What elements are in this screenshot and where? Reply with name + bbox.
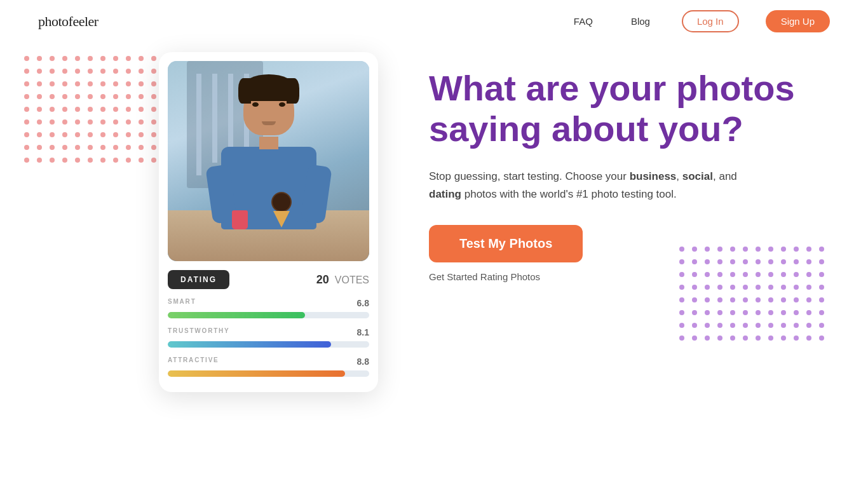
svg-point-53 xyxy=(743,297,748,302)
svg-point-78 xyxy=(756,323,761,328)
svg-point-43 xyxy=(768,285,773,290)
svg-point-61 xyxy=(692,310,697,315)
svg-point-79 xyxy=(768,323,773,328)
svg-point-12 xyxy=(679,259,684,264)
svg-point-0 xyxy=(679,247,684,252)
right-area: What are your photos saying about you? S… xyxy=(429,49,833,282)
svg-point-33 xyxy=(794,272,799,277)
svg-point-21 xyxy=(794,259,799,264)
svg-point-30 xyxy=(756,272,761,277)
svg-point-84 xyxy=(679,336,684,341)
svg-point-89 xyxy=(743,336,748,341)
logo[interactable]: photofeeler xyxy=(38,13,98,30)
votes-display: 20 VOTES xyxy=(316,273,369,287)
svg-point-68 xyxy=(781,310,786,315)
svg-point-77 xyxy=(743,323,748,328)
svg-point-71 xyxy=(819,310,824,315)
svg-point-9 xyxy=(794,247,799,252)
svg-point-64 xyxy=(730,310,735,315)
metric-smart-value: 6.8 xyxy=(357,298,369,308)
svg-point-7 xyxy=(768,247,773,252)
svg-point-31 xyxy=(768,272,773,277)
svg-point-54 xyxy=(756,297,761,302)
svg-point-23 xyxy=(819,259,824,264)
svg-point-74 xyxy=(705,323,710,328)
svg-point-35 xyxy=(819,272,824,277)
svg-point-2 xyxy=(705,247,710,252)
svg-point-73 xyxy=(692,323,697,328)
metric-trustworthy-bar-bg xyxy=(168,341,369,348)
svg-point-45 xyxy=(794,285,799,290)
svg-point-59 xyxy=(819,297,824,302)
svg-point-80 xyxy=(781,323,786,328)
svg-point-95 xyxy=(819,336,824,341)
svg-point-87 xyxy=(717,336,722,341)
metric-trustworthy: TRUSTWORTHY 8.1 xyxy=(168,327,369,348)
svg-point-32 xyxy=(781,272,786,277)
svg-point-42 xyxy=(756,285,761,290)
metric-smart: SMART 6.8 xyxy=(168,298,369,318)
svg-point-40 xyxy=(730,285,735,290)
svg-point-37 xyxy=(692,285,697,290)
svg-point-91 xyxy=(768,336,773,341)
svg-point-52 xyxy=(730,297,735,302)
svg-point-25 xyxy=(692,272,697,277)
svg-point-92 xyxy=(781,336,786,341)
svg-point-1 xyxy=(692,247,697,252)
metric-smart-bar-fill xyxy=(168,312,305,318)
metric-trustworthy-value: 8.1 xyxy=(357,327,369,337)
svg-point-5 xyxy=(743,247,748,252)
metric-attractive-label: ATTRACTIVE xyxy=(168,356,219,367)
svg-point-83 xyxy=(819,323,824,328)
metric-smart-bar-bg xyxy=(168,312,369,318)
nav-blog[interactable]: Blog xyxy=(631,16,650,27)
svg-point-19 xyxy=(768,259,773,264)
svg-point-65 xyxy=(743,310,748,315)
svg-point-20 xyxy=(781,259,786,264)
svg-point-94 xyxy=(806,336,811,341)
metric-attractive: ATTRACTIVE 8.8 xyxy=(168,356,369,377)
main-content: /* dots drawn below in JS */ xyxy=(0,43,868,430)
votes-count: 20 xyxy=(316,273,329,286)
svg-point-62 xyxy=(705,310,710,315)
svg-point-10 xyxy=(806,247,811,252)
left-area: /* dots drawn below in JS */ xyxy=(35,49,391,430)
svg-point-24 xyxy=(679,272,684,277)
nav-faq[interactable]: FAQ xyxy=(574,16,593,27)
photo-card: DATING 20 VOTES SMART 6.8 TRUST xyxy=(159,52,378,392)
metric-trustworthy-label: TRUSTWORTHY xyxy=(168,327,230,337)
site-header: photofeeler FAQ Blog Log In Sign Up xyxy=(0,0,868,43)
svg-point-46 xyxy=(806,285,811,290)
svg-point-44 xyxy=(781,285,786,290)
svg-point-56 xyxy=(781,297,786,302)
svg-point-13 xyxy=(692,259,697,264)
svg-point-4 xyxy=(730,247,735,252)
metric-attractive-value: 8.8 xyxy=(357,356,369,367)
svg-point-70 xyxy=(806,310,811,315)
svg-point-14 xyxy=(705,259,710,264)
svg-point-28 xyxy=(730,272,735,277)
svg-point-11 xyxy=(819,247,824,252)
category-badge: DATING xyxy=(168,270,229,289)
signup-button[interactable]: Sign Up xyxy=(766,10,830,32)
svg-point-17 xyxy=(743,259,748,264)
svg-point-16 xyxy=(730,259,735,264)
svg-point-34 xyxy=(806,272,811,277)
svg-point-22 xyxy=(806,259,811,264)
svg-point-72 xyxy=(679,323,684,328)
login-button[interactable]: Log In xyxy=(682,10,739,32)
metric-trustworthy-bar-fill xyxy=(168,341,331,348)
svg-point-38 xyxy=(705,285,710,290)
svg-point-63 xyxy=(717,310,722,315)
svg-point-66 xyxy=(756,310,761,315)
svg-point-60 xyxy=(679,310,684,315)
decorative-dots-purple xyxy=(674,241,846,358)
svg-point-67 xyxy=(768,310,773,315)
svg-point-6 xyxy=(756,247,761,252)
svg-point-49 xyxy=(692,297,697,302)
main-nav: FAQ Blog Log In Sign Up xyxy=(574,10,830,32)
svg-point-88 xyxy=(730,336,735,341)
svg-point-85 xyxy=(692,336,697,341)
svg-point-47 xyxy=(819,285,824,290)
test-my-photos-button[interactable]: Test My Photos xyxy=(429,225,583,262)
